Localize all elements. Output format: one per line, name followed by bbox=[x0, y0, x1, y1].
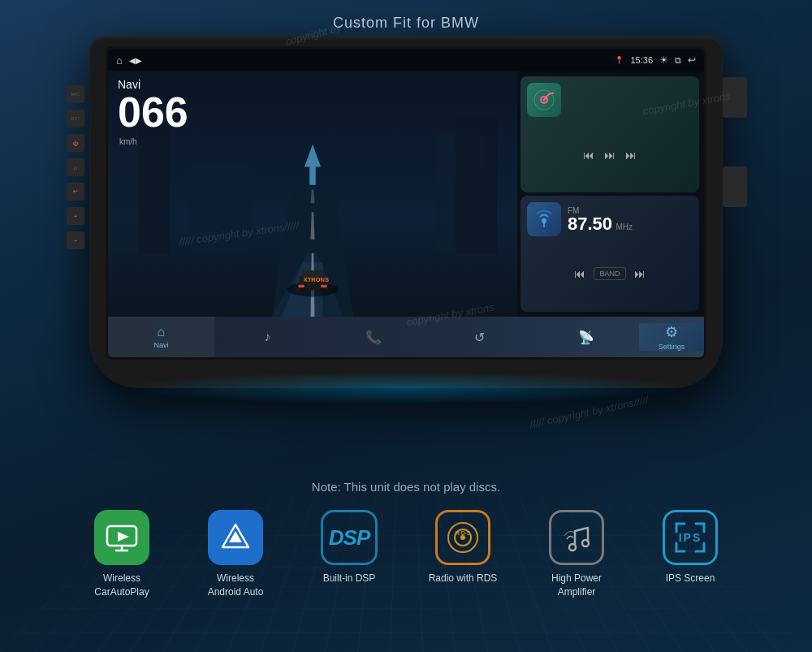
home-side-button[interactable]: ⌂ bbox=[67, 158, 84, 176]
dsp-label: Built-in DSP bbox=[323, 572, 376, 585]
right-knob-top[interactable] bbox=[723, 77, 747, 118]
speed-number: 066 bbox=[118, 89, 188, 136]
bottom-nav-bar: ⌂ Navi ♪ 📞 ↺ 📡 ⚙ bbox=[108, 317, 704, 357]
radio-panel[interactable]: FM 87.50 MHz ⏮ BAND ⏭ bbox=[520, 196, 699, 312]
svg-point-25 bbox=[542, 218, 546, 223]
feature-android-auto: WirelessAndroid Auto bbox=[179, 510, 292, 599]
dsp-text: DSP bbox=[329, 525, 369, 551]
ips-icon-box: IPS bbox=[663, 510, 718, 565]
music-panel[interactable]: ⏮ ⏭ ⏭ bbox=[520, 76, 699, 192]
brightness-icon[interactable]: ☀ bbox=[659, 54, 668, 66]
right-panels: ⏮ ⏭ ⏭ bbox=[517, 71, 704, 317]
device-glow bbox=[122, 372, 690, 404]
vol-down-button[interactable]: − bbox=[67, 231, 84, 249]
music-nav-icon: ♪ bbox=[264, 330, 270, 344]
features-row: WirelessCarAutoPlay WirelessAndroid Auto… bbox=[0, 510, 812, 599]
window-icon[interactable]: ⧉ bbox=[675, 55, 681, 66]
location-pin-icon: 📍 bbox=[615, 56, 624, 64]
android-auto-label: WirelessAndroid Auto bbox=[208, 572, 264, 599]
phone-nav-icon: 📞 bbox=[365, 330, 382, 345]
feature-dsp: DSP Built-in DSP bbox=[292, 510, 406, 585]
svg-text:R·D·S: R·D·S bbox=[456, 530, 471, 536]
right-knob-bottom[interactable] bbox=[723, 166, 747, 207]
android-auto-icon-box bbox=[208, 510, 263, 565]
feature-ips: IPS IPS Screen bbox=[633, 510, 747, 585]
nav-settings-button[interactable]: ⚙ Settings bbox=[639, 323, 704, 351]
rds-label: Radio with RDS bbox=[429, 572, 498, 585]
vol-up-button[interactable]: + bbox=[67, 207, 84, 225]
radio-icon bbox=[527, 202, 561, 236]
status-bar: ⌂ ◀▶ 📍 15:36 ☀ ⧉ ↩ bbox=[108, 49, 704, 71]
carplay-label: WirelessCarAutoPlay bbox=[94, 572, 149, 599]
radio-band-button[interactable]: BAND bbox=[594, 267, 625, 280]
settings-nav-label: Settings bbox=[659, 343, 685, 351]
rds-icon-box: R·D·S bbox=[435, 510, 490, 565]
svg-text:IPS: IPS bbox=[679, 531, 702, 544]
svg-marker-30 bbox=[118, 532, 129, 542]
device-wrapper: MIC RST ⏻ ⌂ ↩ + − ⌂ ◀▶ 📍 15:3 bbox=[89, 37, 723, 388]
radio-controls: ⏮ BAND ⏭ bbox=[527, 241, 693, 305]
head-unit: MIC RST ⏻ ⌂ ↩ + − ⌂ ◀▶ 📍 15:3 bbox=[89, 37, 723, 388]
side-buttons-left: MIC RST ⏻ ⌂ ↩ + − bbox=[67, 85, 84, 249]
svg-rect-18 bbox=[298, 285, 304, 287]
screen-volume-icon[interactable]: ◀▶ bbox=[129, 56, 142, 65]
apps-nav-icon: ↺ bbox=[474, 330, 485, 345]
nav-item-music[interactable]: ♪ bbox=[214, 317, 321, 357]
dsp-icon-box: DSP bbox=[321, 510, 378, 565]
bottom-section: Note: This unit does not play discs. Wir… bbox=[0, 473, 812, 652]
frequency-number: 87.50 bbox=[568, 214, 612, 234]
settings-nav-icon: ⚙ bbox=[665, 323, 678, 341]
music-next-button[interactable]: ⏭ bbox=[604, 149, 615, 162]
nav-item-navi[interactable]: ⌂ Navi bbox=[108, 317, 214, 357]
navigation-area: XTRONS Navi 066 km/h bbox=[108, 71, 517, 317]
nav-item-phone[interactable]: 📞 bbox=[321, 317, 427, 357]
music-icon bbox=[527, 83, 561, 117]
back-icon[interactable]: ↩ bbox=[688, 54, 696, 66]
nav-item-apps[interactable]: ↺ bbox=[426, 317, 533, 357]
music-controls: ⏮ ⏭ ⏭ bbox=[527, 123, 693, 186]
mic-button: MIC bbox=[67, 85, 84, 103]
speed-display: 066 km/h bbox=[118, 91, 188, 148]
nav-item-radio[interactable]: 📡 bbox=[533, 317, 639, 357]
svg-rect-19 bbox=[321, 285, 327, 287]
music-skip-button[interactable]: ⏭ bbox=[625, 149, 637, 162]
svg-text:XTRONS: XTRONS bbox=[304, 278, 330, 284]
amplifier-label: High PowerAmplifier bbox=[551, 572, 602, 599]
svg-rect-5 bbox=[190, 162, 252, 253]
radio-nav-icon: 📡 bbox=[578, 330, 594, 345]
music-prev-button[interactable]: ⏮ bbox=[583, 149, 594, 162]
back-side-button[interactable]: ↩ bbox=[67, 183, 84, 201]
amplifier-icon-box bbox=[549, 510, 604, 565]
ips-label: IPS Screen bbox=[666, 572, 715, 585]
carplay-icon-box bbox=[94, 510, 149, 565]
screen: ⌂ ◀▶ 📍 15:36 ☀ ⧉ ↩ bbox=[108, 49, 704, 357]
screen-home-icon[interactable]: ⌂ bbox=[116, 54, 123, 67]
svg-point-37 bbox=[569, 544, 576, 551]
svg-point-38 bbox=[582, 540, 589, 546]
screen-bezel: ⌂ ◀▶ 📍 15:36 ☀ ⧉ ↩ bbox=[106, 46, 706, 360]
nav-navi-label: Navi bbox=[153, 341, 168, 349]
feature-carplay: WirelessCarAutoPlay bbox=[65, 510, 179, 599]
radio-prev-button[interactable]: ⏮ bbox=[574, 267, 585, 280]
feature-amplifier: High PowerAmplifier bbox=[520, 510, 633, 599]
speed-unit: km/h bbox=[119, 137, 137, 146]
svg-point-24 bbox=[543, 99, 546, 101]
feature-rds: R·D·S Radio with RDS bbox=[406, 510, 520, 585]
page-title: Custom Fit for BMW bbox=[0, 0, 812, 32]
radio-next-button[interactable]: ⏭ bbox=[634, 267, 646, 280]
status-time: 15:36 bbox=[630, 55, 653, 65]
mhz-label: MHz bbox=[616, 222, 633, 231]
navi-nav-icon: ⌂ bbox=[158, 325, 166, 339]
svg-rect-4 bbox=[456, 117, 496, 253]
note-text: Note: This unit does not play discs. bbox=[0, 480, 812, 494]
radio-frequency-display: FM 87.50 MHz bbox=[568, 206, 693, 233]
rst-button: RST bbox=[67, 110, 84, 127]
power-button[interactable]: ⏻ bbox=[67, 134, 84, 152]
